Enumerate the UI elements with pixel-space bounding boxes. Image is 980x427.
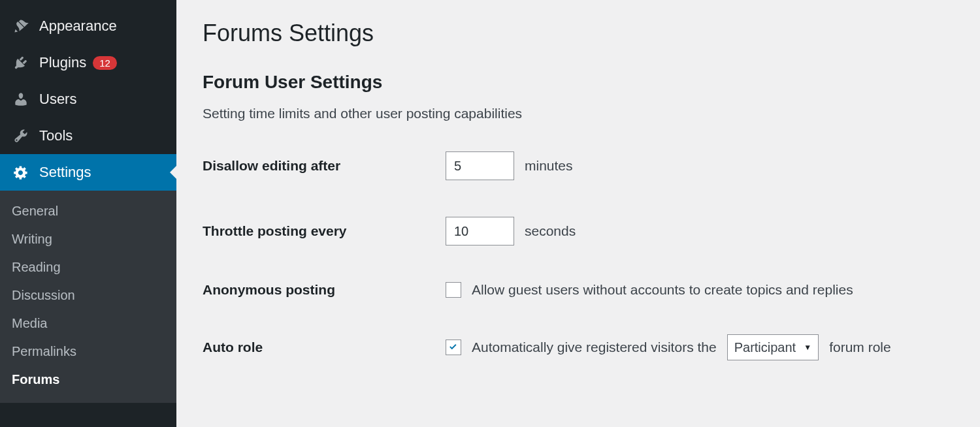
row-auto-role: Auto role Automatically give registered … (203, 334, 954, 360)
label-disallow-editing: Disallow editing after (203, 158, 446, 174)
page-title: Forums Settings (203, 20, 954, 47)
section-heading: Forum User Settings (203, 72, 954, 93)
section-description: Setting time limits and other user posti… (203, 106, 954, 121)
menu-label: Settings (39, 164, 91, 181)
checkbox-auto-role[interactable] (446, 340, 461, 355)
menu-tools[interactable]: Tools (0, 118, 176, 154)
menu-label: Appearance (39, 18, 117, 35)
text-auto-role-before: Automatically give registered visitors t… (472, 340, 717, 355)
menu-users[interactable]: Users (0, 81, 176, 118)
menu-appearance[interactable]: Appearance (0, 8, 176, 44)
menu-plugins[interactable]: Plugins 12 (0, 44, 176, 81)
label-throttle-posting: Throttle posting every (203, 223, 446, 239)
suffix-minutes: minutes (525, 158, 573, 174)
settings-icon (12, 163, 30, 182)
label-auto-role: Auto role (203, 340, 446, 355)
submenu-permalinks[interactable]: Permalinks (0, 338, 176, 366)
submenu-writing[interactable]: Writing (0, 225, 176, 253)
menu-label: Users (39, 91, 76, 108)
row-throttle-posting: Throttle posting every seconds (203, 217, 954, 245)
checkbox-anonymous[interactable] (446, 282, 461, 298)
tools-icon (12, 127, 30, 145)
submenu-discussion[interactable]: Discussion (0, 281, 176, 309)
submenu-reading[interactable]: Reading (0, 253, 176, 281)
appearance-icon (12, 17, 30, 35)
text-anonymous: Allow guest users without accounts to cr… (472, 282, 853, 298)
select-value: Participant (734, 340, 796, 355)
content-area: Forums Settings Forum User Settings Sett… (176, 0, 980, 427)
menu-label: Plugins (39, 54, 86, 71)
input-disallow-minutes[interactable] (446, 151, 514, 180)
plugins-icon (12, 54, 30, 72)
users-icon (12, 90, 30, 108)
suffix-seconds: seconds (525, 223, 576, 239)
text-auto-role-after: forum role (829, 340, 891, 355)
plugins-update-badge: 12 (93, 56, 117, 70)
submenu-forums[interactable]: Forums (0, 366, 176, 394)
menu-settings[interactable]: Settings (0, 154, 176, 191)
submenu-general[interactable]: General (0, 197, 176, 225)
menu-label: Tools (39, 127, 73, 144)
submenu-media[interactable]: Media (0, 309, 176, 338)
label-anonymous-posting: Anonymous posting (203, 282, 446, 298)
settings-submenu: General Writing Reading Discussion Media… (0, 191, 176, 403)
row-disallow-editing: Disallow editing after minutes (203, 151, 954, 180)
input-throttle-seconds[interactable] (446, 217, 514, 245)
select-auto-role[interactable]: Participant (727, 334, 819, 360)
admin-sidebar: Appearance Plugins 12 Users Tools Settin… (0, 0, 176, 427)
row-anonymous-posting: Anonymous posting Allow guest users with… (203, 282, 954, 298)
